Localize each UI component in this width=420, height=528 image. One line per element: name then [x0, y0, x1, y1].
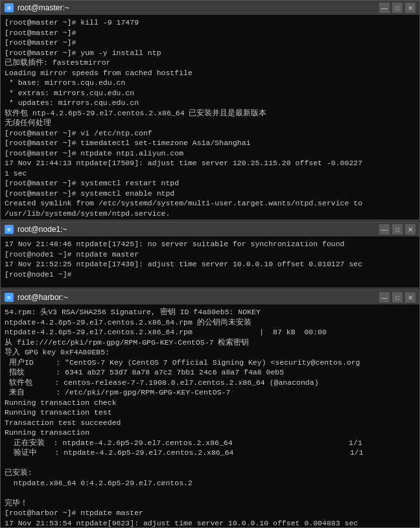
window-controls-node1: — □ ✕ [379, 224, 415, 235]
title-bar-left: ⊞ root@master:~ [5, 3, 69, 12]
close-button-harbor[interactable]: ✕ [405, 292, 415, 303]
title-bar-left-node1: ⊞ root@node1:~ [5, 225, 67, 234]
terminal-output-node1[interactable]: 17 Nov 21:48:46 ntpdate[17425]: no serve… [1, 236, 419, 288]
terminal-icon-harbor: ⊞ [5, 293, 14, 302]
window-title-node1: root@node1:~ [18, 225, 67, 234]
close-button[interactable]: ✕ [405, 3, 415, 13]
title-bar-left-harbor: ⊞ root@harbor:~ [5, 293, 68, 302]
terminal-output-master[interactable]: [root@master ~]# kill -9 17479 [root@mas… [1, 15, 419, 220]
terminal-icon-node1: ⊞ [5, 225, 14, 234]
minimize-button[interactable]: — [379, 3, 390, 13]
window-controls: — □ ✕ [379, 3, 415, 13]
node1-content: 17 Nov 21:48:46 ntpdate[17425]: no serve… [5, 240, 362, 279]
window-title-harbor: root@harbor:~ [18, 293, 68, 302]
title-bar-node1: ⊞ root@node1:~ — □ ✕ [1, 222, 419, 236]
harbor-content: 54.rpm: 头V3 RSA/SHA256 Signature, 密钥 ID … [5, 308, 364, 527]
minimize-button-node1[interactable]: — [379, 224, 390, 235]
title-bar-master: ⊞ root@master:~ — □ ✕ [1, 1, 419, 15]
close-button-node1[interactable]: ✕ [405, 224, 415, 235]
title-bar-harbor: ⊞ root@harbor:~ — □ ✕ [1, 290, 419, 304]
terminal-harbor: ⊞ root@harbor:~ — □ ✕ 54.rpm: 头V3 RSA/SH… [0, 290, 420, 528]
terminal-node1: ⊞ root@node1:~ — □ ✕ 17 Nov 21:48:46 ntp… [0, 222, 420, 288]
terminal-output-harbor[interactable]: 54.rpm: 头V3 RSA/SHA256 Signature, 密钥 ID … [1, 304, 419, 527]
terminal-master: ⊞ root@master:~ — □ ✕ [root@master ~]# k… [0, 0, 420, 220]
window-title-master: root@master:~ [18, 3, 69, 12]
maximize-button[interactable]: □ [392, 3, 402, 13]
minimize-button-harbor[interactable]: — [379, 292, 390, 303]
terminal-icon: ⊞ [5, 3, 14, 12]
window-controls-harbor: — □ ✕ [379, 292, 415, 303]
maximize-button-node1[interactable]: □ [392, 224, 402, 235]
maximize-button-harbor[interactable]: □ [392, 292, 402, 303]
line-1: [root@master ~]# kill -9 17479 [root@mas… [5, 18, 362, 218]
